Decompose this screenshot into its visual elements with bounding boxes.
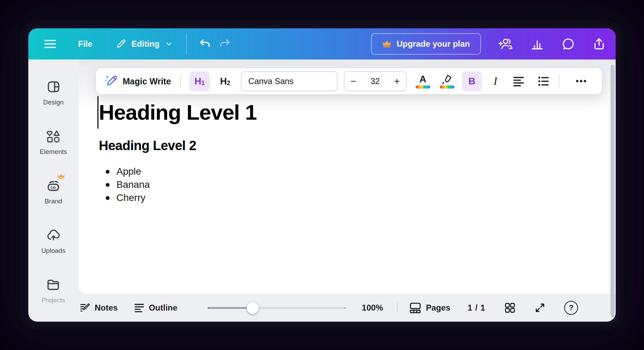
- svg-text:co: co: [51, 185, 56, 190]
- add-person-icon: [498, 37, 513, 51]
- header-divider: [186, 33, 187, 55]
- h1-letter: H: [195, 76, 201, 87]
- grid-view-icon: [504, 302, 516, 314]
- list-item[interactable]: Cherry: [116, 191, 257, 204]
- heading2-style-button[interactable]: H2: [215, 71, 235, 91]
- bold-letter: B: [468, 76, 475, 87]
- font-size-increase-button[interactable]: +: [394, 77, 400, 86]
- italic-button[interactable]: I: [488, 71, 503, 91]
- bullet-list-icon: [537, 75, 550, 88]
- file-menu[interactable]: File: [78, 39, 92, 49]
- document-content[interactable]: Heading Level 1 Heading Level 2 Apple Ba…: [99, 100, 257, 204]
- doc-heading-2[interactable]: Heading Level 2: [99, 138, 257, 153]
- design-icon: [46, 80, 61, 94]
- sidebar-item-uploads[interactable]: Uploads: [41, 228, 66, 255]
- canva-docs-window: File Editing: [28, 28, 616, 322]
- magic-write-button[interactable]: Magic Write: [104, 74, 171, 88]
- editing-mode-selector[interactable]: Editing: [116, 39, 173, 49]
- redo-icon: [219, 38, 231, 50]
- undo-button[interactable]: [199, 38, 211, 50]
- invite-members-button[interactable]: [498, 37, 513, 51]
- pencil-icon: [116, 39, 126, 49]
- pages-label: Pages: [426, 303, 451, 313]
- toolbar-divider: [180, 74, 181, 88]
- italic-letter: I: [494, 75, 497, 88]
- share-export-icon: [592, 37, 606, 51]
- text-color-button[interactable]: A: [416, 74, 430, 89]
- brand-icon: co: [46, 178, 60, 193]
- comment-bubble-icon: [561, 37, 576, 51]
- elements-icon: [46, 129, 60, 144]
- notes-button[interactable]: Notes: [79, 302, 118, 313]
- slider-end-dot: [344, 307, 346, 309]
- crown-icon: [382, 40, 391, 48]
- fullscreen-button[interactable]: [534, 302, 546, 313]
- notes-icon: [79, 302, 91, 313]
- pages-icon: [409, 302, 422, 314]
- bullet-list-button[interactable]: [537, 75, 550, 88]
- doc-heading-1[interactable]: Heading Level 1: [99, 100, 257, 125]
- sidebar-label: Design: [43, 99, 64, 106]
- share-button[interactable]: [592, 37, 606, 51]
- sidebar-item-brand[interactable]: co Brand: [45, 178, 62, 205]
- insights-button[interactable]: [530, 37, 544, 51]
- text-color-letter: A: [419, 74, 426, 84]
- folder-icon: [46, 277, 60, 292]
- font-size-stepper: − 32 +: [344, 71, 407, 91]
- text-align-button[interactable]: [512, 75, 525, 88]
- outline-button[interactable]: Outline: [134, 302, 178, 313]
- zoom-slider-thumb[interactable]: [247, 302, 259, 314]
- sidebar-label: Uploads: [41, 247, 66, 255]
- align-left-icon: [512, 75, 525, 88]
- statusbar-divider: [397, 302, 398, 313]
- top-bar: File Editing: [28, 28, 616, 59]
- highlight-color-button[interactable]: [440, 74, 454, 89]
- font-size-decrease-button[interactable]: −: [351, 77, 356, 86]
- doc-heading-2-text: Heading Level 2: [99, 138, 196, 153]
- redo-button[interactable]: [219, 38, 231, 50]
- sidebar-item-elements[interactable]: Elements: [40, 129, 67, 156]
- magic-write-label: Magic Write: [123, 76, 171, 86]
- highlighter-icon: [441, 74, 453, 84]
- hamburger-icon: [44, 39, 56, 48]
- font-size-value[interactable]: 32: [370, 76, 380, 86]
- doc-bullet-list: Apple Banana Cherry: [99, 165, 257, 204]
- font-family-selector[interactable]: Canva Sans: [241, 71, 338, 91]
- h2-letter: H: [220, 76, 227, 87]
- upgrade-plan-button[interactable]: Upgrade your plan: [371, 33, 481, 55]
- upgrade-label: Upgrade your plan: [397, 39, 470, 49]
- sidebar-label: Elements: [40, 148, 67, 156]
- undo-icon: [199, 38, 211, 50]
- grid-view-button[interactable]: [504, 302, 516, 314]
- vertical-scrollbar[interactable]: [610, 65, 615, 317]
- main-menu-button[interactable]: [44, 39, 56, 48]
- list-item[interactable]: Apple: [116, 165, 257, 178]
- pages-button[interactable]: Pages: [409, 302, 451, 314]
- heading1-style-button[interactable]: H1: [190, 71, 210, 91]
- magic-write-icon: [104, 74, 118, 88]
- text-toolbar: Magic Write H1 H2 Canva Sans − 32 + A: [96, 68, 602, 94]
- sidebar-item-design[interactable]: Design: [43, 80, 64, 106]
- zoom-percentage[interactable]: 100%: [362, 303, 383, 313]
- help-glyph: ?: [569, 303, 573, 312]
- text-cursor: [97, 96, 98, 129]
- outline-label: Outline: [149, 303, 178, 313]
- h1-sub: 1: [201, 80, 205, 87]
- toolbar-divider: [559, 74, 559, 88]
- help-button[interactable]: ?: [564, 301, 578, 315]
- zoom-slider[interactable]: [208, 302, 346, 314]
- page-indicator: 1 / 1: [467, 303, 485, 313]
- crown-badge-icon: [57, 173, 66, 180]
- cloud-upload-icon: [46, 228, 61, 242]
- comments-button[interactable]: [561, 37, 576, 51]
- notes-label: Notes: [95, 303, 118, 313]
- document-canvas[interactable]: Heading Level 1 Heading Level 2 Apple Ba…: [78, 59, 616, 294]
- list-item[interactable]: Banana: [116, 178, 257, 191]
- bold-button[interactable]: B: [462, 71, 482, 91]
- more-options-button[interactable]: •••: [576, 77, 587, 86]
- font-family-value: Canva Sans: [248, 76, 294, 86]
- rainbow-swatch: [416, 85, 430, 89]
- status-bar: Notes Outline 100% Pages 1 / 1: [28, 294, 616, 322]
- left-sidebar: Design Elements co: [28, 59, 78, 322]
- editing-label: Editing: [131, 39, 159, 49]
